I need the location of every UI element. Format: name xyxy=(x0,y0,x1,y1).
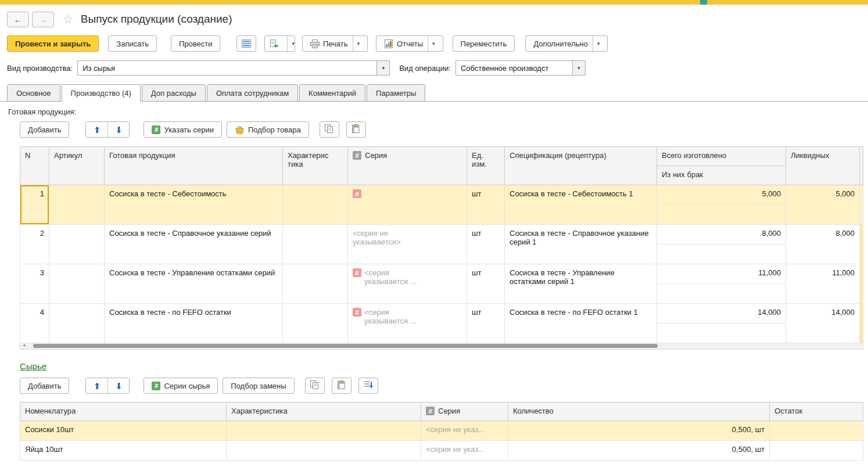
cell-article[interactable] xyxy=(49,185,105,225)
print-button[interactable]: Печать ▾ xyxy=(302,35,368,52)
chevron-down-icon[interactable]: ▾ xyxy=(572,61,585,75)
tab-proizvodstvo[interactable]: Производство (4) xyxy=(62,84,141,102)
products-add-button[interactable]: Добавить xyxy=(20,121,69,138)
cell-characteristic[interactable] xyxy=(283,264,348,304)
cell-liquid[interactable]: 14,000 xyxy=(786,304,860,343)
cell-cut[interactable] xyxy=(860,304,863,343)
cell-product[interactable]: Сосиска в тесте - Себестоимость xyxy=(105,185,283,225)
production-type-combo[interactable]: Из сырья ▾ xyxy=(77,60,390,76)
move-up-button[interactable]: ⬆ xyxy=(86,378,107,393)
tab-oplata-sotrudnikam[interactable]: Оплата сотрудникам xyxy=(207,84,298,102)
cell-cut[interactable] xyxy=(860,225,863,264)
paste-rows-button[interactable] xyxy=(332,378,351,394)
move-down-button[interactable]: ⬇ xyxy=(107,378,129,393)
products-command-bar: Добавить ⬆ ⬇ # Указать серии Подбор това… xyxy=(20,121,868,138)
cell-n[interactable]: 2 xyxy=(20,225,49,264)
cell-product[interactable]: Сосиска в тесте - по FEFO остатки xyxy=(105,304,283,343)
tab-dop-rashody[interactable]: Доп расходы xyxy=(142,84,206,102)
scroll-left-icon[interactable]: ◂ xyxy=(23,342,26,348)
cell-product[interactable]: Сосиска в тесте - Управление остатками с… xyxy=(105,264,283,304)
cell-series[interactable]: # xyxy=(348,185,467,225)
cell-total[interactable]: 5,000 xyxy=(657,185,786,225)
cell-total[interactable]: 8,000 xyxy=(657,225,786,264)
cell-spec[interactable]: Сосиска в тесте - по FEFO остатки 1 xyxy=(505,304,657,343)
post-and-close-button[interactable]: Провести и закрыть xyxy=(7,35,99,52)
scrollbar-thumb[interactable] xyxy=(33,344,658,348)
chevron-down-icon[interactable]: ▾ xyxy=(287,36,295,51)
paste-rows-button[interactable] xyxy=(346,121,366,138)
cell-characteristic[interactable] xyxy=(227,441,421,461)
cell-liquid[interactable]: 8,000 xyxy=(786,225,860,264)
cell-spec[interactable]: Сосиска в тесте - Себестоимость 1 xyxy=(505,185,657,225)
pick-goods-button[interactable]: Подбор товара xyxy=(227,121,309,138)
cell-characteristic[interactable] xyxy=(283,304,348,343)
cell-spec[interactable]: Сосиска в тесте - Управление остатками с… xyxy=(505,264,657,304)
create-based-on-button[interactable]: ▾ xyxy=(264,35,295,52)
reports-button[interactable]: Отчеты ▾ xyxy=(376,35,443,52)
cell-product[interactable]: Сосиска в тесте - Справочное указание се… xyxy=(105,225,283,264)
operation-type-value: Собственное производст xyxy=(456,61,572,75)
favorite-star-icon[interactable]: ☆ xyxy=(63,12,74,26)
chevron-down-icon[interactable]: ▾ xyxy=(428,36,435,51)
set-series-button[interactable]: # Указать серии xyxy=(144,121,221,138)
cell-total[interactable]: 14,000 xyxy=(657,304,786,343)
cell-n[interactable]: 4 xyxy=(20,304,49,343)
move-button[interactable]: Переместить xyxy=(453,35,515,52)
fill-rows-button[interactable] xyxy=(358,378,378,394)
move-up-button[interactable]: ⬆ xyxy=(86,122,107,137)
cell-qty[interactable]: 0,500, шт xyxy=(508,421,770,441)
product-row-4: 4 Сосиска в тесте - по FEFO остатки #<се… xyxy=(20,304,863,343)
more-actions-button[interactable]: Дополнительно ▾ xyxy=(525,35,608,52)
tab-kommentariy[interactable]: Комментарий xyxy=(299,84,365,102)
cell-rest[interactable] xyxy=(770,421,863,441)
write-button[interactable]: Записать xyxy=(108,35,157,52)
cell-n[interactable]: 1 xyxy=(20,185,49,225)
tab-osnovnoe[interactable]: Основное xyxy=(7,84,60,102)
operation-type-combo[interactable]: Собственное производст ▾ xyxy=(455,60,586,76)
cell-spec[interactable]: Сосиска в тесте - Справочное указание се… xyxy=(505,225,657,264)
cell-qty[interactable]: 0,500, шт xyxy=(508,441,770,461)
tab-parametry[interactable]: Параметры xyxy=(367,84,425,102)
cell-cut[interactable] xyxy=(860,185,863,225)
cell-article[interactable] xyxy=(49,304,105,343)
cell-liquid[interactable]: 5,000 xyxy=(786,185,860,225)
cell-series[interactable]: <серия не указывается> xyxy=(348,225,467,264)
post-button[interactable]: Провести xyxy=(171,35,221,52)
cell-series[interactable]: #<серия указывается ... xyxy=(348,304,467,343)
cell-total[interactable]: 11,000 xyxy=(657,264,786,304)
chevron-down-icon[interactable]: ▾ xyxy=(353,36,360,51)
cell-unit[interactable]: шт xyxy=(467,185,505,225)
forward-button[interactable]: → xyxy=(32,12,54,27)
cell-article[interactable] xyxy=(49,264,105,304)
cell-liquid[interactable]: 11,000 xyxy=(786,264,860,304)
cell-series[interactable]: <серия не указ... xyxy=(421,441,508,461)
materials-series-button[interactable]: # Серии сырья xyxy=(144,378,218,394)
copy-rows-button[interactable] xyxy=(320,121,339,138)
cell-article[interactable] xyxy=(49,225,105,264)
top-strip-marker xyxy=(700,0,707,5)
cell-item[interactable]: Яйца 10шт xyxy=(20,441,227,461)
move-down-button[interactable]: ⬇ xyxy=(107,122,129,137)
chevron-down-icon[interactable]: ▾ xyxy=(593,36,600,51)
chevron-down-icon[interactable]: ▾ xyxy=(376,61,389,75)
cell-cut[interactable] xyxy=(860,264,863,304)
cell-characteristic[interactable] xyxy=(283,185,348,225)
cell-item[interactable]: Сосиски 10шт xyxy=(20,421,227,441)
cell-n[interactable]: 3 xyxy=(20,264,49,304)
cell-characteristic[interactable] xyxy=(227,421,421,441)
materials-add-button[interactable]: Добавить xyxy=(20,378,69,394)
horizontal-scrollbar[interactable]: ◂ xyxy=(20,343,863,350)
cell-unit[interactable]: шт xyxy=(467,225,505,264)
cell-characteristic[interactable] xyxy=(283,225,348,264)
cell-series[interactable]: #<серия указывается ... xyxy=(348,264,467,304)
copy-rows-button[interactable] xyxy=(305,378,325,394)
back-button[interactable]: ← xyxy=(7,12,29,27)
cell-series[interactable]: <серия не указ... xyxy=(421,421,508,441)
materials-link[interactable]: Сырье xyxy=(20,361,46,371)
cell-rest[interactable] xyxy=(770,441,863,461)
substitute-pick-button[interactable]: Подбор замены xyxy=(223,378,294,394)
cell-unit[interactable]: шт xyxy=(467,264,505,304)
cell-unit[interactable]: шт xyxy=(467,304,505,343)
structure-list-button[interactable] xyxy=(236,35,256,52)
production-type-label: Вид производства: xyxy=(7,64,73,73)
